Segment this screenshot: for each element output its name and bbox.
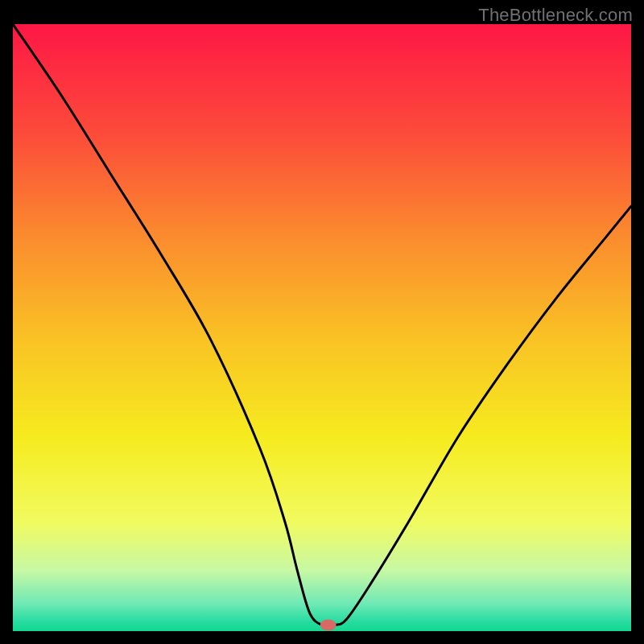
plot-area — [13, 24, 631, 631]
watermark-text: TheBottleneck.com — [478, 5, 633, 26]
plot-svg — [13, 24, 631, 631]
gradient-background — [13, 24, 631, 631]
optimum-marker — [320, 619, 336, 630]
chart-container: TheBottleneck.com — [0, 0, 644, 644]
